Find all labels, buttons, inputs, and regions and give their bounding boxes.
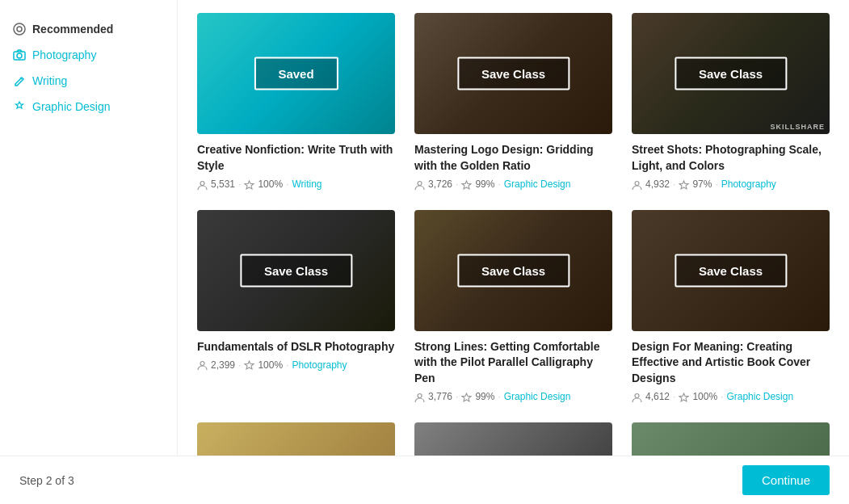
save-class-button[interactable]: Saved [254, 57, 338, 90]
rating-value: 97% [692, 178, 712, 190]
card-category[interactable]: Graphic Design [504, 391, 571, 402]
partial-thumbnail[interactable] [197, 422, 395, 456]
card-thumbnail[interactable]: Save Class SKILLSHARE [632, 13, 830, 134]
sidebar-label-photography: Photography [32, 48, 96, 61]
card-category[interactable]: Photography [721, 178, 776, 190]
card-thumbnail[interactable]: Save Class [414, 13, 612, 134]
rating-icon [244, 359, 254, 371]
card-3: Save Class SKILLSHARE Street Shots: Phot… [632, 13, 830, 191]
partial-thumbnail[interactable] [632, 422, 830, 456]
writing-icon [13, 74, 26, 87]
card-category[interactable]: Graphic Design [726, 391, 793, 402]
svg-point-4 [200, 181, 204, 185]
card-title: Street Shots: Photographing Scale, Light… [632, 142, 830, 174]
card-1: Saved Creative Nonfiction: Write Truth w… [197, 13, 395, 191]
svg-point-3 [17, 53, 22, 58]
card-thumbnail[interactable]: Save Class [632, 210, 830, 331]
watermark: SKILLSHARE [770, 123, 825, 131]
student-count: 4,932 [645, 178, 670, 190]
card-category[interactable]: Photography [292, 359, 347, 371]
rating-value: 100% [258, 359, 283, 371]
rating-icon [679, 178, 689, 190]
svg-point-7 [200, 362, 204, 366]
card-5: Save Class Strong Lines: Getting Comfort… [414, 210, 612, 403]
svg-point-5 [418, 181, 422, 185]
partial-card-3 [632, 422, 830, 456]
card-meta: 4,932 · 97% · Photography [632, 178, 830, 190]
svg-point-1 [17, 27, 22, 32]
card-2: Save Class Mastering Logo Design: Griddi… [414, 13, 612, 191]
student-count: 5,531 [211, 178, 235, 190]
students-icon [414, 391, 425, 402]
rating-icon [244, 178, 254, 190]
save-class-button[interactable]: Save Class [457, 254, 570, 287]
student-count: 4,612 [645, 391, 670, 402]
sidebar-label-writing: Writing [32, 74, 67, 87]
card-thumbnail[interactable]: Saved [197, 13, 395, 134]
card-4: Save Class Fundamentals of DSLR Photogra… [197, 210, 395, 403]
graphic-design-icon [13, 100, 26, 113]
students-icon [197, 178, 208, 190]
save-class-button[interactable]: Save Class [240, 254, 352, 287]
sidebar-item-photography[interactable]: Photography [0, 42, 177, 68]
footer: Step 2 of 3 Continue [0, 456, 849, 504]
rating-value: 99% [475, 178, 494, 190]
card-category[interactable]: Graphic Design [504, 178, 571, 190]
card-title: Design For Meaning: Creating Effective a… [632, 339, 830, 387]
sidebar-item-graphic-design[interactable]: Graphic Design [0, 94, 177, 120]
card-meta: 2,399 · 100% · Photography [197, 359, 395, 371]
card-title: Creative Nonfiction: Write Truth with St… [197, 142, 395, 174]
rating-value: 100% [692, 391, 717, 402]
partial-card-1 [197, 422, 395, 456]
save-class-button[interactable]: Save Class [675, 254, 787, 287]
student-count: 3,776 [428, 391, 452, 402]
students-icon [197, 359, 208, 371]
save-class-button[interactable]: Save Class [457, 57, 570, 90]
svg-point-8 [418, 393, 422, 397]
main-content: Saved Creative Nonfiction: Write Truth w… [178, 0, 849, 456]
student-count: 2,399 [211, 359, 235, 371]
student-count: 3,726 [428, 178, 452, 190]
rating-icon [679, 391, 689, 402]
sidebar-label-graphic-design: Graphic Design [32, 100, 111, 113]
sidebar-item-writing[interactable]: Writing [0, 68, 177, 94]
partial-thumbnail[interactable] [414, 422, 612, 456]
students-icon [632, 178, 642, 190]
step-indicator: Step 2 of 3 [19, 474, 74, 487]
card-title: Mastering Logo Design: Gridding with the… [414, 142, 612, 174]
card-6: Save Class Design For Meaning: Creating … [632, 210, 830, 403]
continue-button[interactable]: Continue [742, 465, 830, 495]
svg-point-9 [635, 393, 639, 397]
card-thumbnail[interactable]: Save Class [197, 210, 395, 331]
sidebar-label-recommended: Recommended [32, 23, 113, 36]
partial-grid [197, 422, 830, 456]
card-thumbnail[interactable]: Save Class [414, 210, 612, 331]
svg-point-6 [635, 181, 639, 185]
card-meta: 3,726 · 99% · Graphic Design [414, 178, 612, 190]
rating-value: 100% [258, 178, 283, 190]
partial-card-2 [414, 422, 612, 456]
card-meta: 4,612 · 100% · Graphic Design [632, 391, 830, 402]
save-class-button[interactable]: Save Class [675, 57, 787, 90]
sidebar-item-recommended[interactable]: Recommended [0, 16, 177, 42]
card-title: Strong Lines: Getting Comfortable with t… [414, 339, 612, 387]
card-category[interactable]: Writing [292, 178, 322, 190]
cards-grid: Saved Creative Nonfiction: Write Truth w… [197, 13, 830, 403]
rating-value: 99% [475, 391, 494, 402]
photography-icon [13, 48, 26, 61]
students-icon [632, 391, 642, 402]
rating-icon [461, 391, 472, 402]
svg-point-0 [14, 23, 25, 35]
card-meta: 3,776 · 99% · Graphic Design [414, 391, 612, 402]
card-meta: 5,531 · 100% · Writing [197, 178, 395, 190]
recommended-icon [13, 23, 26, 36]
students-icon [414, 178, 425, 190]
card-title: Fundamentals of DSLR Photography [197, 339, 395, 355]
rating-icon [461, 178, 472, 190]
sidebar: Recommended Photography Writing [0, 0, 178, 456]
